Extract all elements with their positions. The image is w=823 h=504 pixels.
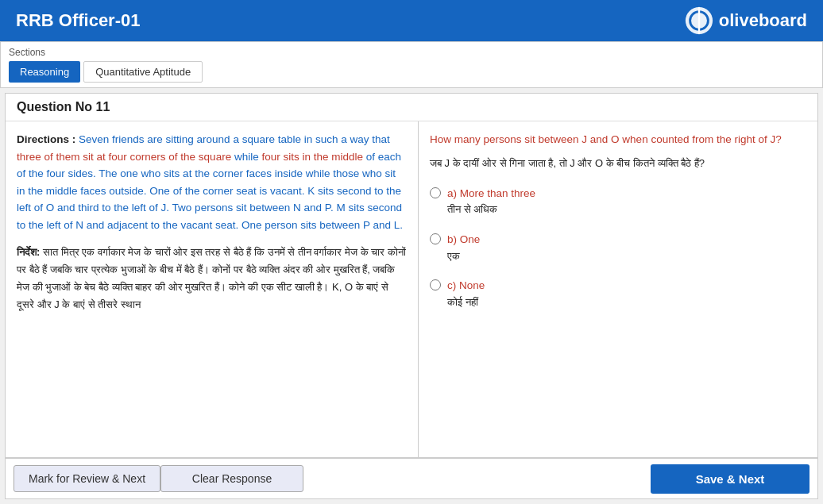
- main-area: Question No 11 Directions : Seven friend…: [5, 93, 818, 458]
- option-b-radio[interactable]: [430, 233, 441, 244]
- option-b-text-hi: एक: [447, 248, 480, 265]
- option-b-label: b) One एक: [447, 231, 480, 264]
- option-a-radio[interactable]: [430, 187, 441, 198]
- tab-quantitative[interactable]: Quantitative Aptitude: [83, 61, 203, 83]
- oliveboard-logo-text: oliveboard: [719, 10, 807, 31]
- header: RRB Officer-01 oliveboard: [0, 0, 823, 41]
- oliveboard-logo-icon: [684, 6, 714, 36]
- clear-response-button[interactable]: Clear Response: [160, 465, 303, 492]
- option-c: c) None कोई नहीं: [430, 277, 806, 310]
- exam-title: RRB Officer-01: [16, 10, 140, 31]
- option-c-label: c) None कोई नहीं: [447, 277, 485, 310]
- option-a-label: a) More than three तीन से अधिक: [447, 185, 535, 218]
- question-text-hindi: जब J के दायीं ओर से गिना जाता है, तो J औ…: [430, 155, 806, 172]
- question-header: Question No 11: [6, 94, 817, 121]
- directions-content-en: Seven friends are sitting around a squar…: [17, 133, 403, 231]
- directions-hindi: निर्देश: सात मित्र एक वर्गाकार मेज के चा…: [17, 244, 407, 314]
- tab-reasoning[interactable]: Reasoning: [9, 61, 80, 83]
- logo-area: oliveboard: [684, 6, 807, 36]
- option-b-text-en: b) One: [447, 231, 480, 248]
- question-number: Question No 11: [17, 100, 110, 113]
- sections-bar: Sections Reasoning Quantitative Aptitude: [0, 41, 823, 88]
- question-body: Directions : Seven friends are sitting a…: [6, 121, 817, 457]
- option-a: a) More than three तीन से अधिक: [430, 185, 806, 218]
- option-a-text-hi: तीन से अधिक: [447, 202, 535, 218]
- left-panel: Directions : Seven friends are sitting a…: [6, 121, 419, 457]
- question-text-english: How many persons sit between J and O whe…: [430, 131, 806, 148]
- option-a-text-en: a) More than three: [447, 185, 535, 202]
- sections-tabs: Reasoning Quantitative Aptitude: [9, 61, 814, 83]
- mark-review-button[interactable]: Mark for Review & Next: [14, 465, 160, 492]
- option-c-radio[interactable]: [430, 279, 441, 290]
- right-panel: How many persons sit between J and O whe…: [419, 121, 817, 457]
- save-next-button[interactable]: Save & Next: [651, 464, 809, 494]
- option-c-text-en: c) None: [447, 277, 485, 294]
- directions-text: Directions : Seven friends are sitting a…: [17, 131, 407, 234]
- sections-label: Sections: [9, 47, 814, 58]
- option-c-text-hi: कोई नहीं: [447, 294, 485, 311]
- directions-label: Directions :: [17, 133, 75, 145]
- option-b: b) One एक: [430, 231, 806, 264]
- footer-bar: Mark for Review & Next Clear Response Sa…: [5, 458, 818, 499]
